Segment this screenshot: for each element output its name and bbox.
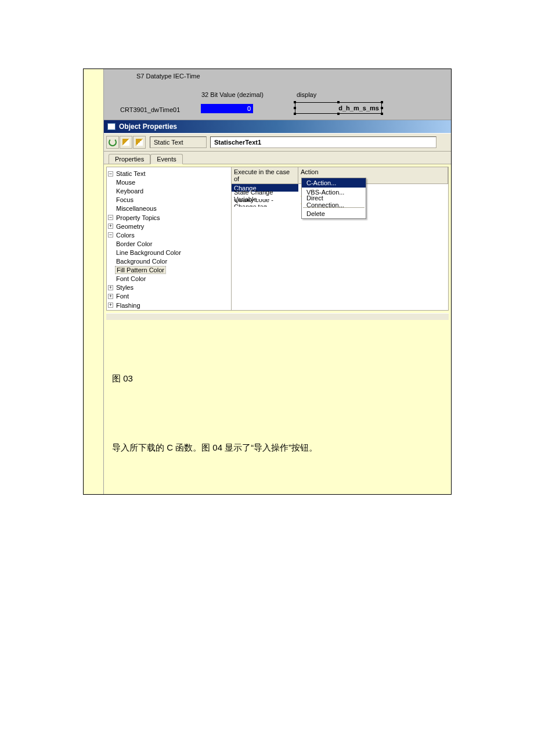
toolbar-refresh-button[interactable]: [106, 136, 119, 149]
selection-handle[interactable]: [294, 113, 296, 115]
pencil-icon: [122, 139, 129, 146]
canvas-label-datatype: S7 Datatype IEC-Time: [136, 73, 200, 80]
tree-font-color[interactable]: Font Color: [115, 275, 147, 282]
doc-left-strip: [84, 69, 104, 494]
selection-handle[interactable]: [337, 113, 340, 115]
titlebar[interactable]: Object Properties: [104, 120, 451, 133]
tree-font[interactable]: Font: [115, 293, 130, 300]
tree-line-bg-color[interactable]: Line Background Color: [115, 249, 182, 256]
tab-properties[interactable]: Properties: [109, 154, 150, 164]
blue-value-box[interactable]: 0: [201, 104, 253, 113]
refresh-icon: [109, 138, 117, 146]
tree-fill-pattern-color[interactable]: Fill Pattern Color: [115, 266, 166, 274]
event-header-col1[interactable]: Execute in the case of: [232, 167, 298, 183]
window-icon: [107, 123, 116, 130]
figure-label: 图 03: [112, 373, 443, 384]
tab-events[interactable]: Events: [150, 154, 183, 164]
selection-handle[interactable]: [294, 101, 296, 103]
tree-keyboard[interactable]: Keyboard: [115, 188, 145, 195]
tree-bg-color[interactable]: Background Color: [115, 258, 168, 265]
selection-handle[interactable]: [337, 101, 340, 103]
canvas-label-32bit: 32 Bit Value (dezimal): [201, 91, 264, 98]
event-cell-label: State Change Variable: [232, 192, 298, 199]
menu-direct-connection[interactable]: Direct Connection...: [302, 197, 366, 206]
doc-main: S7 Datatype IEC-Time 32 Bit Value (dezim…: [104, 69, 451, 494]
canvas-label-display: display: [297, 91, 316, 98]
tree-root[interactable]: Static Text: [115, 170, 147, 177]
document-frame: S7 Datatype IEC-Time 32 Bit Value (dezim…: [83, 69, 452, 495]
canvas-label-tag: CRT3901_dwTime01: [120, 106, 180, 113]
tree-expander[interactable]: +: [108, 303, 113, 308]
selection-handle[interactable]: [381, 113, 383, 115]
event-cell-label: Quality code - Change tag: [232, 199, 298, 207]
selection-handle[interactable]: [381, 101, 383, 103]
toolbar-edit-button-1[interactable]: [120, 136, 132, 149]
object-type-field: Static Text: [150, 136, 207, 148]
selection-handle[interactable]: [294, 107, 296, 109]
context-menu: C-Action... VBS-Action... Direct Connect…: [301, 178, 366, 219]
tree-misc[interactable]: Miscellaneous: [115, 205, 158, 212]
pencil-icon: [136, 139, 143, 146]
menu-delete[interactable]: Delete: [302, 209, 366, 218]
tree-expander[interactable]: −: [108, 232, 113, 237]
body-text: 导入所下载的 C 函数。图 04 显示了“导入操作”按钮。: [112, 442, 443, 453]
editor-canvas: S7 Datatype IEC-Time 32 Bit Value (dezim…: [104, 69, 451, 120]
menu-c-action[interactable]: C-Action...: [302, 178, 366, 188]
tree-expander[interactable]: +: [108, 285, 113, 290]
tree-focus[interactable]: Focus: [115, 196, 135, 203]
doc-text-area: 图 03 导入所下载的 C 函数。图 04 显示了“导入操作”按钮。: [104, 321, 451, 471]
tabs-row: Properties Events: [104, 152, 451, 164]
tree-mouse[interactable]: Mouse: [115, 179, 136, 186]
tree-geometry[interactable]: Geometry: [115, 223, 145, 230]
tree-border-color[interactable]: Border Color: [115, 240, 153, 247]
toolbar: Static Text StatischerText1: [104, 133, 451, 152]
tree-expander[interactable]: +: [108, 224, 113, 229]
event-panel: Execute in the case of Action Change ⚡ S…: [232, 167, 448, 310]
selection-handle[interactable]: [381, 107, 383, 109]
tree-expander[interactable]: −: [108, 215, 113, 220]
tree-expander[interactable]: −: [108, 171, 113, 177]
tree-colors[interactable]: Colors: [115, 232, 136, 239]
object-name-field[interactable]: StatischerText1: [210, 136, 436, 148]
tree-property-topics[interactable]: Property Topics: [115, 214, 161, 221]
tree-styles[interactable]: Styles: [115, 284, 135, 291]
toolbar-edit-button-2[interactable]: [133, 136, 146, 149]
properties-body: −Static Text Mouse Keyboard Focus Miscel…: [106, 167, 449, 311]
display-value-box[interactable]: d_h_m_s_ms: [295, 102, 382, 114]
tree-flashing[interactable]: Flashing: [115, 302, 142, 309]
object-properties-window: Object Properties Static Text Statischer…: [104, 120, 451, 320]
properties-bottom-bar: [106, 313, 449, 320]
tree-expander[interactable]: +: [108, 294, 113, 299]
window-title: Object Properties: [119, 123, 177, 131]
tree-panel[interactable]: −Static Text Mouse Keyboard Focus Miscel…: [107, 167, 232, 310]
